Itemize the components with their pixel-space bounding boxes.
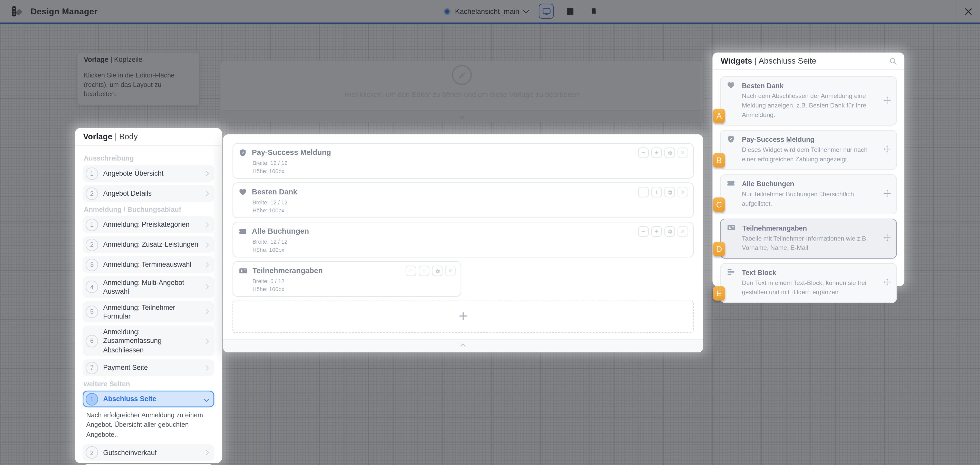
chevron-right-icon [204,365,209,371]
sidebar-item-termineauswahl[interactable]: 3 Anmeldung: Termineauswahl [83,256,215,273]
gear-icon [667,228,673,235]
widget-item-pay-success[interactable]: Pay-Success Meldung Dieses Widget wird d… [720,130,897,170]
settings-button[interactable] [432,265,442,276]
sidebar-item-zusatz-leistungen[interactable]: 2 Anmeldung: Zusatz-Leistungen [83,236,215,253]
gear-icon [667,189,673,195]
widgets-palette-panel: Widgets | Abschluss Seite Besten Dank Na… [713,52,904,286]
sidebar-item-preiskategorien[interactable]: 1 Anmeldung: Preiskategorien [83,216,215,233]
chevron-right-icon [204,450,209,455]
drag-move-icon[interactable] [883,95,891,107]
chevron-right-icon [204,222,209,227]
panel-collapse-strip[interactable] [223,339,703,352]
sidebar-item-payment-seite[interactable]: 7 Payment Seite [83,359,215,376]
settings-button[interactable] [665,226,675,237]
body-panel-title: Vorlage | Body [75,128,222,145]
drag-move-icon[interactable] [883,233,891,244]
drag-move-icon[interactable] [883,144,891,156]
card-height-label: Höhe: 100px [253,167,687,176]
sidebar-item-gutscheinverkauf[interactable]: 2 Gutscheinverkauf [83,444,215,461]
widgets-panel-title: Widgets | Abschluss Seite [713,52,904,70]
shortcut-badge: E [713,286,725,301]
shortcut-badge: C [713,197,725,212]
text-block-icon [727,268,735,276]
chevron-right-icon [204,242,209,247]
sidebar-item-zusammenfassung[interactable]: 6 Anmeldung: Zusammenfassung Abschliesse… [83,326,215,356]
shield-check-icon [727,135,735,143]
chevron-right-icon [204,338,209,344]
chevron-right-icon [204,191,209,196]
sidebar-item-anfragen[interactable]: 3 Anfragen: Akzeptieren oder Ablehnen [83,464,215,465]
heart-icon [239,188,247,196]
drag-move-icon[interactable] [883,278,891,289]
shield-check-icon [239,149,247,157]
card-width-label: Breite: 12 / 12 [253,238,687,246]
card-width-label: Breite: 6 / 12 [253,278,455,286]
layout-card-teilnehmerangaben[interactable]: Teilnehmerangaben Breite: 6 / 12 Höhe: 1… [232,261,461,297]
remove-button[interactable]: × [678,226,688,237]
grow-button[interactable]: + [651,226,662,237]
widget-item-besten-dank[interactable]: Besten Dank Nach dem Abschliessen der An… [720,76,897,125]
sidebar-item-angebot-details[interactable]: 2 Angebot Details [83,185,215,202]
chevron-right-icon [204,171,209,176]
card-width-label: Breite: 12 / 12 [253,159,687,167]
sidebar-item-abschluss-seite[interactable]: 1 Abschluss Seite [83,390,215,408]
card-width-label: Breite: 12 / 12 [253,199,687,207]
id-card-icon [239,267,248,275]
shrink-button[interactable]: − [638,148,649,158]
settings-button[interactable] [665,187,675,197]
chevron-up-icon [460,343,466,349]
add-widget-dropzone[interactable]: + [232,301,694,333]
shortcut-badge: D [713,242,725,256]
gear-icon [667,149,673,156]
chevron-down-icon [204,396,209,402]
heart-icon [727,81,735,89]
id-card-icon [727,224,735,232]
card-height-label: Höhe: 100px [253,207,687,215]
chevron-right-icon [204,284,209,290]
section-label-anmeldung: Anmeldung / Buchungsablauf [84,206,213,213]
card-height-label: Höhe: 100px [253,286,455,294]
layout-editor-panel: Pay-Success Meldung Breite: 12 / 12 Höhe… [223,134,703,352]
grow-button[interactable]: + [419,265,429,276]
gear-icon [434,268,440,274]
shortcut-badge: A [713,109,725,123]
layout-card-pay-success[interactable]: Pay-Success Meldung Breite: 12 / 12 Höhe… [232,143,694,179]
sidebar-item-teilnehmer-formular[interactable]: 5 Anmeldung: Teilnehmer Formular [83,301,215,322]
shortcut-badge: B [713,153,725,167]
grow-button[interactable]: + [651,187,662,197]
shrink-button[interactable]: − [638,187,649,197]
search-icon [889,57,897,66]
ticket-icon [239,227,247,235]
remove-button[interactable]: × [445,265,456,276]
section-label-weitere-seiten: weitere Seiten [84,380,213,387]
drag-move-icon[interactable] [883,189,891,200]
section-label-ausschreibung: Ausschreibung [84,154,213,162]
grow-button[interactable]: + [651,148,662,158]
shrink-button[interactable]: − [638,226,649,237]
widget-item-alle-buchungen[interactable]: Alle Buchungen Nur Teilnehmer Buchungen … [720,175,897,214]
remove-button[interactable]: × [678,187,688,197]
layout-card-besten-dank[interactable]: Besten Dank Breite: 12 / 12 Höhe: 100px … [232,183,694,218]
settings-button[interactable] [665,148,675,158]
chevron-right-icon [204,262,209,267]
card-height-label: Höhe: 100px [253,246,687,254]
template-body-panel: Vorlage | Body Ausschreibung 1 Angebote … [75,128,222,463]
design-manager-window: Design Manager Kachelansicht_main Vorlag… [0,0,980,465]
ticket-icon [727,179,735,187]
widget-item-teilnehmerangaben[interactable]: Teilnehmerangaben Tabelle mit Teilnehmer… [720,219,897,259]
sidebar-item-angebote-uebersicht[interactable]: 1 Angebote Übersicht [83,165,215,182]
shrink-button[interactable]: − [406,265,416,276]
chevron-right-icon [204,309,209,314]
sidebar-item-multi-angebot[interactable]: 4 Anmeldung: Multi-Angebot Auswahl [83,276,215,298]
abschluss-seite-description: Nach erfolgreicher Anmeldung zu einem An… [86,411,212,439]
layout-card-alle-buchungen[interactable]: Alle Buchungen Breite: 12 / 12 Höhe: 100… [232,222,694,257]
plus-icon: + [459,308,468,325]
widget-item-text-block[interactable]: Text Block Den Text in einem Text-Block,… [720,263,897,303]
remove-button[interactable]: × [678,148,688,158]
search-button[interactable] [889,57,897,67]
